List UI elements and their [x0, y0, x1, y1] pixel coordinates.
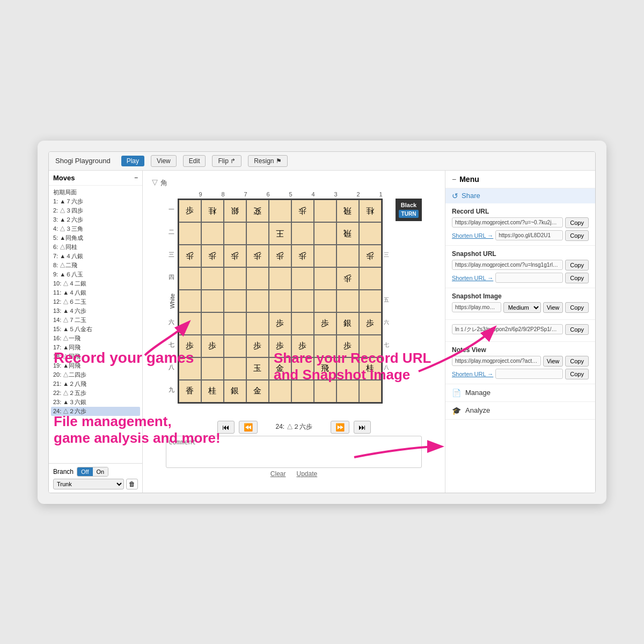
list-item[interactable]: 24: △２六歩 [51, 407, 140, 416]
list-item[interactable]: 10: △４二銀 [51, 279, 140, 288]
list-item[interactable]: 8: △二飛 [51, 261, 140, 270]
board-cell[interactable] [336, 380, 359, 402]
board-cell[interactable]: 飛 [336, 200, 359, 222]
view-button[interactable]: View [151, 155, 177, 167]
board-cell[interactable] [314, 290, 336, 312]
record-shorten-button[interactable]: Shorten URL → [452, 232, 493, 239]
nav-next-button[interactable]: ⏩ [331, 421, 349, 434]
list-item[interactable]: 20: △二四歩 [51, 370, 140, 379]
board-cell[interactable]: 歩 [291, 200, 314, 222]
board-cell[interactable] [359, 290, 382, 312]
nav-first-button[interactable]: ⏮ [217, 421, 235, 434]
board-cell[interactable]: 歩 [359, 245, 382, 267]
snapshot-url-copy-button[interactable]: Copy [565, 260, 589, 270]
board-cell[interactable]: 金 [246, 380, 269, 402]
board-cell[interactable] [179, 312, 201, 335]
list-item[interactable]: 21: ▲２八飛 [51, 379, 140, 389]
board-cell[interactable] [314, 200, 336, 222]
board-cell[interactable]: 香 [179, 380, 201, 402]
record-shorten-copy-button[interactable]: Copy [565, 230, 589, 241]
size-select[interactable]: Small Medium Large [503, 302, 541, 313]
board-cell[interactable] [291, 222, 314, 245]
board-cell[interactable] [246, 312, 269, 335]
board-cell[interactable]: 歩 [246, 335, 269, 357]
board-cell[interactable] [291, 312, 314, 335]
snapshot-shorten-copy-button[interactable]: Copy [565, 273, 589, 283]
board-cell[interactable]: 飛 [336, 222, 359, 245]
notes-shorten-button[interactable]: Shorten URL → [452, 371, 493, 377]
branch-on-button[interactable]: On [93, 467, 108, 476]
moves-list[interactable]: 初期局面 1: ▲７六歩 2: △３四歩 3: ▲２六歩 4: △３三角 5: … [49, 186, 142, 463]
board-cell[interactable] [314, 245, 336, 267]
board-cell[interactable]: 歩 [246, 245, 269, 267]
sfen-copy-button[interactable]: Copy [565, 324, 589, 335]
list-item[interactable]: 19: ▲同飛 [51, 361, 140, 370]
board-cell[interactable] [201, 312, 224, 335]
board-cell[interactable]: 歩 [314, 312, 336, 335]
share-section[interactable]: ↺ Share [445, 188, 595, 203]
trunk-select[interactable]: Trunk [53, 479, 124, 489]
list-item[interactable]: 3: ▲２六歩 [51, 215, 140, 224]
board-cell[interactable]: 歩 [179, 335, 201, 357]
snapshot-url-input[interactable] [452, 260, 563, 270]
board-cell[interactable] [201, 222, 224, 245]
board-cell[interactable]: 桂 [201, 200, 224, 222]
board-cell[interactable] [224, 357, 246, 380]
board-cell[interactable]: 歩 [291, 335, 314, 357]
board-cell[interactable]: 歩 [336, 335, 359, 357]
record-url-copy-button[interactable]: Copy [565, 217, 589, 228]
moves-collapse-icon[interactable]: − [134, 174, 138, 181]
delete-branch-button[interactable]: 🗑 [126, 479, 138, 489]
board-cell[interactable]: 銀 [224, 380, 246, 402]
board-cell[interactable] [314, 380, 336, 402]
board-cell[interactable] [179, 222, 201, 245]
board-cell[interactable]: 歩 [269, 335, 291, 357]
list-item[interactable]: 17: ▲同飛 [51, 343, 140, 352]
snapshot-shorten-button[interactable]: Shorten URL → [452, 275, 493, 281]
board-cell[interactable] [246, 222, 269, 245]
list-item[interactable]: 23: ▲３六銀 [51, 398, 140, 407]
board-cell[interactable] [224, 290, 246, 312]
record-shorten-url-input[interactable] [495, 230, 563, 240]
board-cell[interactable]: 飛 [314, 357, 336, 380]
list-item[interactable]: 15: ▲５八金右 [51, 325, 140, 334]
board-cell[interactable] [336, 290, 359, 312]
list-item[interactable]: 16: △一飛 [51, 334, 140, 343]
list-item[interactable]: 4: △３三角 [51, 224, 140, 233]
board-cell[interactable] [269, 290, 291, 312]
board-cell[interactable]: 歩 [359, 312, 382, 335]
board-cell[interactable] [269, 380, 291, 402]
branch-off-button[interactable]: Off [77, 467, 92, 476]
list-item[interactable]: 11: ▲４八銀 [51, 288, 140, 297]
board-cell[interactable]: 歩 [224, 245, 246, 267]
board-cell[interactable]: 変 [246, 200, 269, 222]
board-cell[interactable] [269, 267, 291, 290]
shogi-board[interactable]: 歩 桂 銀 変 歩 飛 桂 [178, 199, 383, 404]
board-cell[interactable]: 銀 [224, 200, 246, 222]
board-cell[interactable]: 桂 [201, 380, 224, 402]
edit-button[interactable]: Edit [183, 155, 206, 167]
board-cell[interactable]: 歩 [201, 335, 224, 357]
notes-shorten-url-input[interactable] [495, 369, 563, 379]
flip-button[interactable]: Flip ↱ [212, 155, 241, 167]
menu-collapse-icon[interactable]: − [452, 175, 456, 184]
board-cell[interactable] [246, 267, 269, 290]
analyze-menu-item[interactable]: 🎓 Analyze [445, 402, 595, 420]
board-cell[interactable]: 歩 [336, 267, 359, 290]
board-cell[interactable]: 歩 [179, 245, 201, 267]
board-cell[interactable] [201, 357, 224, 380]
board-cell[interactable] [224, 267, 246, 290]
board-cell[interactable] [336, 357, 359, 380]
list-item[interactable]: 7: ▲４八銀 [51, 252, 140, 261]
board-cell[interactable] [179, 290, 201, 312]
board-cell[interactable] [359, 380, 382, 402]
record-url-input[interactable] [452, 217, 563, 228]
nav-prev-button[interactable]: ⏪ [239, 421, 258, 434]
board-cell[interactable]: 玉 [246, 357, 269, 380]
list-item[interactable]: 初期局面 [51, 188, 140, 197]
play-button[interactable]: Play [121, 156, 144, 166]
board-cell[interactable] [179, 267, 201, 290]
board-cell[interactable]: 歩 [269, 312, 291, 335]
board-cell[interactable] [359, 335, 382, 357]
list-item[interactable]: 9: ▲６八玉 [51, 270, 140, 279]
